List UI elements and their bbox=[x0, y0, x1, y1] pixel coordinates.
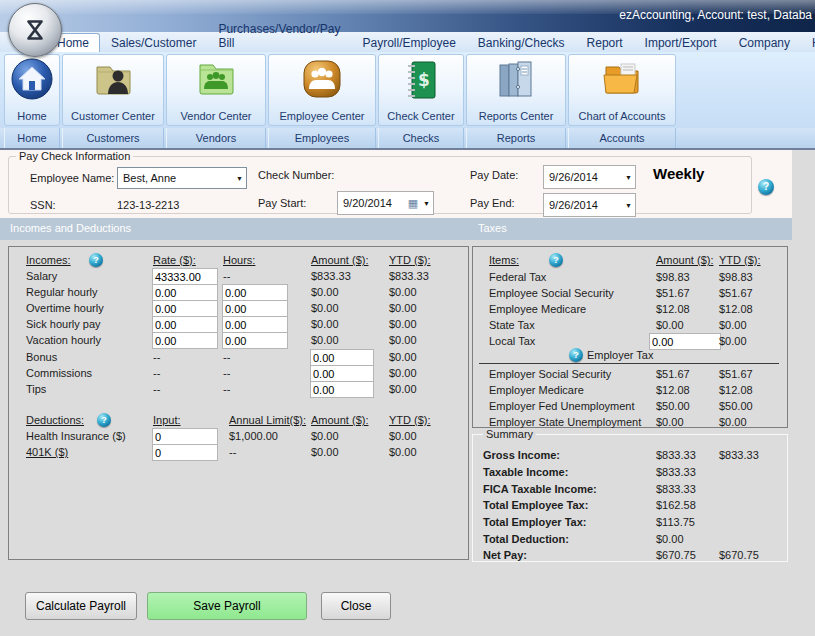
help-globe-icon[interactable] bbox=[758, 179, 774, 195]
incomes-header: Incomes: bbox=[26, 254, 71, 266]
check-number-label: Check Number: bbox=[258, 169, 334, 181]
sick-hours-input[interactable] bbox=[222, 316, 288, 333]
summary-amount: $833.33 bbox=[656, 483, 696, 495]
income-rate: -- bbox=[153, 367, 160, 379]
pay-date-value: 9/26/2014 bbox=[549, 171, 598, 183]
toolbar-employee-center-button[interactable]: Employee Center bbox=[268, 54, 376, 126]
toolbar-check-center-button[interactable]: $ Check Center bbox=[378, 54, 464, 126]
summary-row-taxable: Taxable Income: $833.33 bbox=[473, 466, 787, 481]
group-accounts: Accounts bbox=[568, 128, 676, 148]
sick-rate-input[interactable] bbox=[152, 316, 218, 333]
toolbar-vendor-center-button[interactable]: Vendor Center bbox=[166, 54, 266, 126]
help-globe-icon[interactable] bbox=[569, 348, 583, 362]
pay-start-datepicker[interactable]: 9/20/2014 ▦ ▼ bbox=[337, 191, 434, 215]
regular-hours-input[interactable] bbox=[222, 284, 288, 301]
menu-sales-customer[interactable]: Sales/Customer bbox=[100, 33, 207, 52]
group-vendors: Vendors bbox=[166, 128, 266, 148]
bonus-amount-input[interactable] bbox=[310, 349, 374, 366]
calculate-payroll-button[interactable]: Calculate Payroll bbox=[25, 592, 137, 620]
tax-ytd: $0.00 bbox=[719, 416, 747, 428]
tax-row-state: State Tax $0.00 $0.00 bbox=[473, 319, 787, 334]
pay-frequency: Weekly bbox=[653, 165, 704, 182]
close-button[interactable]: Close bbox=[321, 592, 391, 620]
summary-row-employee-tax: Total Employee Tax: $162.58 bbox=[473, 499, 787, 514]
svg-text:$: $ bbox=[418, 70, 430, 90]
income-row-bonus: Bonus -- -- $0.00 bbox=[9, 351, 468, 366]
deductions-header: Deductions: bbox=[26, 414, 84, 426]
toolbar-button-label: Reports Center bbox=[479, 110, 554, 122]
toolbar-reports-center-button[interactable]: Reports Center bbox=[466, 54, 566, 126]
summary-group-title: Summary bbox=[483, 428, 536, 440]
deduction-label: Health Insurance ($) bbox=[26, 430, 126, 442]
income-label: Salary bbox=[26, 270, 57, 282]
toolbar-home-button[interactable]: Home bbox=[4, 54, 60, 126]
regular-rate-input[interactable] bbox=[152, 284, 218, 301]
ssn-label: SSN: bbox=[30, 199, 56, 211]
tax-label: Local Tax bbox=[489, 335, 535, 347]
deduction-row-401k: 401K ($) -- $0.00 $0.00 bbox=[9, 446, 468, 461]
summary-label: Total Employer Tax: bbox=[483, 516, 587, 528]
save-payroll-button[interactable]: Save Payroll bbox=[147, 592, 307, 620]
pay-date-datepicker[interactable]: 9/26/2014 ▼ bbox=[543, 165, 636, 189]
toolbar-button-label: Check Center bbox=[387, 110, 454, 122]
pay-start-label: Pay Start: bbox=[258, 197, 306, 209]
tax-ytd: $50.00 bbox=[719, 400, 753, 412]
toolbar-chart-of-accounts-button[interactable]: Chart of Accounts bbox=[568, 54, 676, 126]
income-ytd: $0.00 bbox=[389, 302, 417, 314]
app-menu-orb[interactable] bbox=[8, 3, 62, 57]
local-tax-input[interactable] bbox=[649, 333, 721, 350]
tax-amount: $51.67 bbox=[656, 287, 690, 299]
income-row-sick-hourly: Sick hourly pay $0.00 $0.00 bbox=[9, 318, 468, 333]
income-label: Regular hourly bbox=[26, 286, 98, 298]
employee-name-label: Employee Name: bbox=[30, 172, 114, 184]
income-ytd: $0.00 bbox=[389, 318, 417, 330]
income-label: Sick hourly pay bbox=[26, 318, 101, 330]
help-globe-icon[interactable] bbox=[97, 413, 111, 427]
employee-name-select[interactable]: Best, Anne ▼ bbox=[117, 167, 247, 189]
income-amount: $0.00 bbox=[311, 334, 339, 346]
commissions-amount-input[interactable] bbox=[310, 365, 374, 382]
deductions-header-row: Deductions: Input: Annual Limit($): Amou… bbox=[9, 414, 468, 429]
summary-label: Net Pay: bbox=[483, 549, 527, 561]
tax-row-employee-ss: Employee Social Security $51.67 $51.67 bbox=[473, 287, 787, 302]
income-ytd: $0.00 bbox=[389, 334, 417, 346]
menu-purchases-vendor[interactable]: Purchases/Vendor/Pay Bill bbox=[207, 19, 351, 52]
tax-amount: $12.08 bbox=[656, 303, 690, 315]
overtime-hours-input[interactable] bbox=[222, 300, 288, 317]
menu-import-export[interactable]: Import/Export bbox=[634, 33, 728, 52]
amount-header: Amount ($): bbox=[311, 254, 368, 266]
health-insurance-input[interactable] bbox=[152, 428, 218, 445]
tips-amount-input[interactable] bbox=[310, 381, 374, 398]
income-label: Overtime hourly bbox=[26, 302, 104, 314]
deduction-401k-link[interactable]: 401K ($) bbox=[26, 446, 68, 458]
employer-tax-divider bbox=[479, 363, 779, 364]
hours-header: Hours: bbox=[223, 254, 255, 266]
tax-row-employee-medicare: Employee Medicare $12.08 $12.08 bbox=[473, 303, 787, 318]
help-globe-icon[interactable] bbox=[89, 253, 103, 267]
group-home: Home bbox=[4, 128, 60, 148]
menu-report[interactable]: Report bbox=[576, 33, 634, 52]
accounts-folder-icon bbox=[600, 57, 644, 101]
salary-rate-input[interactable] bbox=[152, 268, 218, 285]
menu-help[interactable]: Help bbox=[801, 33, 815, 52]
summary-label: Total Employee Tax: bbox=[483, 499, 588, 511]
pay-end-datepicker[interactable]: 9/26/2014 ▼ bbox=[543, 193, 636, 217]
summary-amount: $833.33 bbox=[656, 449, 696, 461]
menu-company[interactable]: Company bbox=[728, 33, 801, 52]
toolbar-customer-center-button[interactable]: Customer Center bbox=[62, 54, 164, 126]
summary-label: Total Deduction: bbox=[483, 533, 569, 545]
401k-input[interactable] bbox=[152, 444, 218, 461]
tax-row-federal: Federal Tax $98.83 $98.83 bbox=[473, 271, 787, 286]
pay-end-label: Pay End: bbox=[470, 197, 515, 209]
vacation-hours-input[interactable] bbox=[222, 332, 288, 349]
section-header-bar: Incomes and Deductions Taxes bbox=[0, 218, 792, 240]
amount-header: Amount ($): bbox=[311, 414, 368, 426]
vacation-rate-input[interactable] bbox=[152, 332, 218, 349]
menu-payroll-employee[interactable]: Payroll/Employee bbox=[351, 33, 466, 52]
overtime-rate-input[interactable] bbox=[152, 300, 218, 317]
tax-label: State Tax bbox=[489, 319, 535, 331]
menu-banking-checks[interactable]: Banking/Checks bbox=[467, 33, 576, 52]
chevron-down-icon: ▼ bbox=[625, 174, 632, 181]
group-checks: Checks bbox=[378, 128, 464, 148]
help-globe-icon[interactable] bbox=[549, 253, 563, 267]
